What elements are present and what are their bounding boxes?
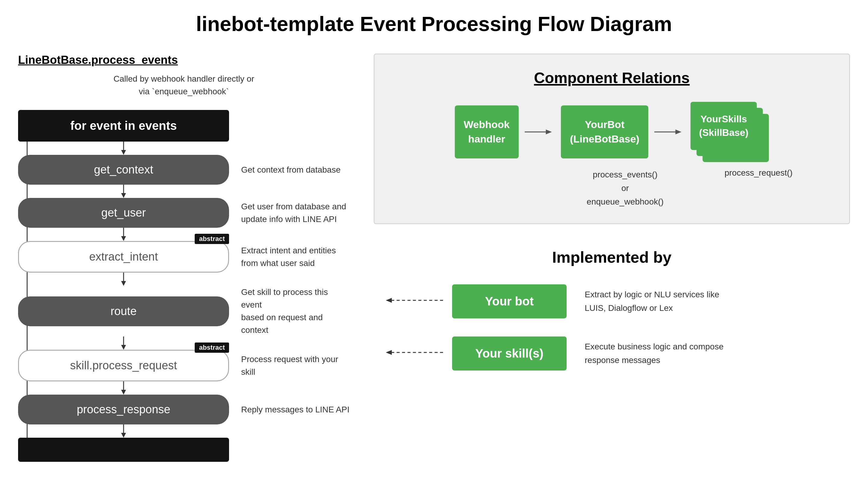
implemented-title: Implemented by: [374, 248, 850, 266]
your-skills-impl-box: Your skill(s): [452, 336, 567, 370]
step-row-get-user: get_user Get user from database andupdat…: [18, 198, 350, 228]
svg-marker-20: [546, 130, 552, 134]
arrow-4: [119, 272, 128, 286]
step-box-col: for event in events: [18, 110, 229, 141]
webhook-handler-box: Webhookhandler: [455, 105, 519, 158]
step-row-end: [18, 438, 350, 462]
step-desc-skill-process: Process request with your skill: [241, 353, 350, 378]
your-bot-impl-desc: Extract by logic or NLU services likeLUI…: [585, 288, 850, 315]
dashed-arrow-1: [383, 294, 443, 308]
your-skills-impl-desc: Execute business logic and composerespon…: [585, 340, 850, 367]
your-bot-impl-box: Your bot: [452, 284, 567, 318]
arrow-6: [119, 381, 128, 395]
step-box-col-5: route: [18, 296, 229, 326]
component-flow: Webhookhandler YourBot(LineBotBase) Your…: [393, 102, 831, 162]
abstract-badge-1: abstract: [195, 234, 229, 244]
impl-row-your-bot: Your bot Extract by logic or NLU service…: [374, 284, 850, 318]
section-title: LineBotBase.process_events: [18, 54, 350, 67]
implemented-by-section: Implemented by Your bot Extract by logic…: [374, 248, 850, 370]
step-desc-route: Get skill to process this eventbased on …: [241, 286, 350, 336]
step-box-col-4: abstract extract_intent: [18, 241, 229, 272]
subtitle: Called by webhook handler directly orvia…: [18, 73, 350, 98]
step-box-col-3: get_user: [18, 198, 229, 228]
yourbot-box: YourBot(LineBotBase): [561, 105, 648, 158]
arrow-2: [119, 185, 128, 198]
svg-marker-14: [121, 345, 126, 350]
svg-marker-8: [121, 193, 126, 198]
get-context-box: get_context: [18, 155, 229, 185]
right-panel: Component Relations Webhookhandler YourB…: [374, 54, 850, 389]
page-title: linebot-template Event Processing Flow D…: [18, 12, 850, 36]
component-relations-title: Component Relations: [393, 69, 831, 87]
svg-marker-24: [386, 298, 392, 303]
component-labels: process_events()orenqueue_webhook() proc…: [393, 168, 831, 208]
step-desc-get-context: Get context from database: [241, 164, 350, 176]
arrow-1: [119, 141, 128, 155]
step-row-get-context: get_context Get context from database: [18, 155, 350, 185]
step-box-col-end: [18, 438, 229, 462]
comp-arrow-2: [654, 126, 684, 138]
svg-marker-6: [121, 150, 126, 155]
left-panel: LineBotBase.process_events Called by web…: [18, 54, 350, 462]
svg-marker-10: [121, 236, 126, 241]
process-events-label: process_events()orenqueue_webhook(): [558, 168, 692, 208]
extract-intent-box: extract_intent: [18, 241, 229, 272]
svg-marker-12: [121, 281, 126, 286]
for-event-box: for event in events: [18, 110, 229, 141]
skill-process-box: skill.process_request: [18, 350, 229, 381]
step-row-for-event: for event in events: [18, 110, 350, 141]
get-user-box: get_user: [18, 198, 229, 228]
arrow-7: [119, 424, 128, 438]
svg-marker-26: [386, 350, 392, 355]
arrow-5: [119, 336, 128, 350]
step-row-process-response: process_response Reply messages to LINE …: [18, 395, 350, 424]
comp-arrow-1: [525, 126, 555, 138]
yourskills-front: YourSkills(SkillBase): [690, 102, 757, 150]
step-row-skill-process: abstract skill.process_request Process r…: [18, 350, 350, 381]
dashed-arrow-2: [383, 347, 443, 361]
svg-marker-16: [121, 390, 126, 395]
step-box-col-7: process_response: [18, 395, 229, 424]
route-box: route: [18, 296, 229, 326]
step-desc-process-response: Reply messages to LINE API: [241, 403, 350, 416]
svg-marker-22: [675, 130, 681, 134]
step-row-extract-intent: abstract extract_intent Extract intent a…: [18, 241, 350, 272]
arrow-3: [119, 228, 128, 241]
main-layout: LineBotBase.process_events Called by web…: [18, 54, 850, 462]
impl-row-your-skills: Your skill(s) Execute business logic and…: [374, 336, 850, 370]
end-box: [18, 438, 229, 462]
step-desc-get-user: Get user from database andupdate info wi…: [241, 200, 350, 226]
process-request-label: process_request(): [692, 168, 826, 178]
step-box-col-6: abstract skill.process_request: [18, 350, 229, 381]
step-box-col-2: get_context: [18, 155, 229, 185]
yourskills-stack: YourSkills(SkillBase): [690, 102, 769, 162]
svg-marker-18: [121, 433, 126, 438]
component-relations-box: Component Relations Webhookhandler YourB…: [374, 54, 850, 224]
process-response-box: process_response: [18, 395, 229, 424]
abstract-badge-2: abstract: [195, 343, 229, 353]
flow-diagram: for event in events get_context Get cont…: [18, 110, 350, 462]
step-row-route: route Get skill to process this eventbas…: [18, 286, 350, 336]
step-desc-extract-intent: Extract intent and entitiesfrom what use…: [241, 244, 350, 270]
